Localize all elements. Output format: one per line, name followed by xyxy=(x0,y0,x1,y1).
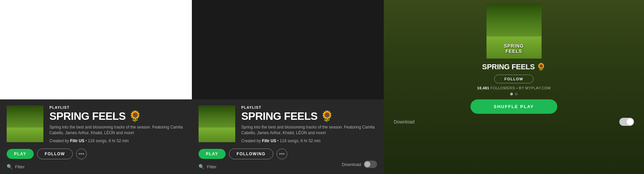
shuffle-play-button-3[interactable]: SHUFFLE PLAY xyxy=(470,99,557,114)
more-button-2[interactable]: ••• xyxy=(277,149,287,159)
dot-1 xyxy=(510,93,513,95)
playlist-label-1: PLAYLIST xyxy=(49,105,185,109)
playlist-info-2: PLAYLIST SPRING FEELS 🌻 Spring into the … xyxy=(241,105,377,143)
play-button-1[interactable]: PLAY xyxy=(7,149,34,159)
following-button-2[interactable]: FOLLOWING xyxy=(229,149,273,159)
filter-bar-2: 🔍 Filter xyxy=(199,164,217,169)
panel-1-top-area xyxy=(0,0,192,99)
download-row-2: Download xyxy=(342,161,377,168)
download-label-2: Download xyxy=(342,162,361,167)
art-ground-2 xyxy=(199,127,235,142)
search-icon-1: 🔍 xyxy=(7,164,12,169)
filter-download-bar-2: 🔍 Filter Download xyxy=(199,159,377,169)
follow-button-1[interactable]: FOLLOW xyxy=(37,149,73,159)
playlist-meta-1: Created by Filtr US • 116 songs, 6 hr 52… xyxy=(49,139,185,143)
dot-2 xyxy=(515,93,518,95)
buttons-row-1: PLAY FOLLOW ••• xyxy=(7,149,185,159)
playlist-header-1: SPRING FEELS PLAYLIST SPRING FEELS 🌻 Spr… xyxy=(7,105,185,143)
art-text-3: SPRING FEELS xyxy=(504,44,524,59)
followers-info-3: 10,481 FOLLOWERS • BY MYPLAY.COM xyxy=(477,86,551,90)
buttons-row-2: PLAY FOLLOWING ••• xyxy=(199,149,377,159)
download-toggle-3[interactable] xyxy=(619,118,634,126)
sunflower-emoji-3: 🌻 xyxy=(537,63,546,71)
playlist-title-1: SPRING FEELS 🌻 xyxy=(49,111,185,122)
album-art-2: SPRING FEELS xyxy=(199,105,235,142)
panel-1: SPRING FEELS PLAYLIST SPRING FEELS 🌻 Spr… xyxy=(0,0,192,174)
sunflower-emoji-2: 🌻 xyxy=(320,110,334,122)
playlist-title-2: SPRING FEELS 🌻 xyxy=(241,111,377,122)
album-art-1: SPRING FEELS xyxy=(7,105,43,142)
filter-bar-1: 🔍 Filter xyxy=(7,164,185,169)
play-button-2[interactable]: PLAY xyxy=(199,149,226,159)
playlist-meta-2: Created by Filtr US • 116 songs, 6 hr 52… xyxy=(241,139,377,143)
filter-label-2: Filter xyxy=(207,164,217,169)
panel-1-content: SPRING FEELS PLAYLIST SPRING FEELS 🌻 Spr… xyxy=(0,99,192,174)
toggle-knob-2 xyxy=(364,161,370,167)
download-row-3: Download xyxy=(390,118,637,126)
bullet-sep: • xyxy=(516,86,519,90)
more-button-1[interactable]: ••• xyxy=(76,149,87,159)
panel-2-content: SPRING FEELS PLAYLIST SPRING FEELS 🌻 Spr… xyxy=(192,99,384,174)
filter-label-1: Filter xyxy=(15,164,25,169)
follow-button-3[interactable]: FOLLOW xyxy=(494,75,534,83)
panel3-title: SPRING FEELS 🌻 xyxy=(482,63,546,71)
sunflower-emoji-1: 🌻 xyxy=(128,110,142,122)
download-label-3: Download xyxy=(394,119,414,124)
album-art-3: SPRING FEELS xyxy=(487,3,542,59)
playlist-info-1: PLAYLIST SPRING FEELS 🌻 Spring into the … xyxy=(49,105,185,143)
download-toggle-2[interactable] xyxy=(364,161,377,168)
playlist-header-2: SPRING FEELS PLAYLIST SPRING FEELS 🌻 Spr… xyxy=(199,105,377,143)
playlist-label-2: PLAYLIST xyxy=(241,105,377,109)
toggle-knob-3 xyxy=(627,118,633,125)
search-icon-2: 🔍 xyxy=(199,164,204,169)
art-ground-1 xyxy=(7,127,43,142)
playlist-desc-1: Spring into the best and blossoming trac… xyxy=(49,124,185,136)
pagination-dots-3 xyxy=(510,93,518,95)
playlist-desc-2: Spring into the best and blossoming trac… xyxy=(241,124,377,136)
panel-2-top-area xyxy=(192,0,384,99)
panel-2: SPRING FEELS PLAYLIST SPRING FEELS 🌻 Spr… xyxy=(192,0,384,174)
panel-3: SPRING FEELS SPRING FEELS 🌻 FOLLOW 10,48… xyxy=(384,0,644,174)
